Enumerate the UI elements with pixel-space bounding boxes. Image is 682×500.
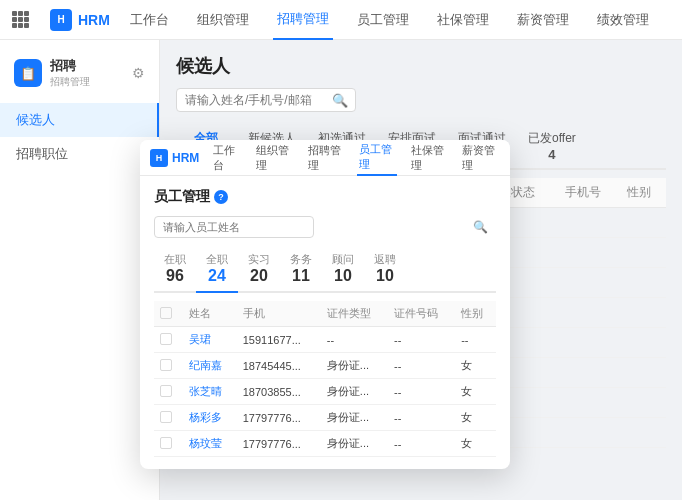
emp-row-idno: --	[388, 405, 455, 431]
emp-row-gender: 女	[455, 353, 496, 379]
nav-item-performance[interactable]: 绩效管理	[593, 0, 653, 40]
table-row: 杨玟莹 17797776... 身份证... -- 女	[154, 431, 496, 457]
employee-search-input[interactable]	[154, 216, 314, 238]
emp-row-check[interactable]	[154, 431, 183, 457]
nav-item-recruit[interactable]: 招聘管理	[273, 0, 333, 40]
logo-icon: H	[50, 9, 72, 31]
emp-row-gender: 女	[455, 379, 496, 405]
sidebar-item-candidates[interactable]: 候选人	[0, 103, 159, 137]
overlay-nav-employee[interactable]: 员工管理	[357, 140, 397, 176]
overlay-nav-workbench[interactable]: 工作台	[211, 140, 242, 176]
recruit-icon: 📋	[14, 59, 42, 87]
overlay-logo: H HRM	[150, 149, 199, 167]
table-row: 纪南嘉 18745445... 身份证... -- 女	[154, 353, 496, 379]
stat-intern[interactable]: 实习 20	[238, 248, 280, 291]
emp-col-idno: 证件号码	[388, 301, 455, 327]
col-phone: 手机号	[557, 178, 619, 208]
nav-item-social[interactable]: 社保管理	[433, 0, 493, 40]
overlay-content: 员工管理 ? 🔍 在职 96 全职 24 实习 20 务务 11	[140, 176, 510, 469]
emp-row-phone: 17797776...	[237, 431, 321, 457]
app-logo: H HRM	[50, 9, 110, 31]
page-title: 候选人	[176, 54, 666, 78]
col-gender: 性别	[619, 178, 666, 208]
table-row: 吴珺 15911677... -- -- --	[154, 327, 496, 353]
emp-row-name[interactable]: 纪南嘉	[183, 353, 237, 379]
overlay-nav: H HRM 工作台 组织管理 招聘管理 员工管理 社保管理 薪资管理	[140, 140, 510, 176]
search-input[interactable]	[176, 88, 356, 112]
row-phone	[557, 268, 619, 298]
nav-item-org[interactable]: 组织管理	[193, 0, 253, 40]
overlay-title-text: 员工管理	[154, 188, 210, 206]
row-gender	[619, 358, 666, 388]
search-input-wrap: 🔍	[176, 88, 356, 112]
table-row: 杨彩多 17797776... 身份证... -- 女	[154, 405, 496, 431]
stat-consultant[interactable]: 顾问 10	[322, 248, 364, 291]
overlay-logo-icon: H	[150, 149, 168, 167]
emp-row-idtype: --	[321, 327, 388, 353]
sidebar-item-positions[interactable]: 招聘职位	[0, 137, 159, 171]
nav-item-salary[interactable]: 薪资管理	[513, 0, 573, 40]
row-gender	[619, 418, 666, 448]
emp-row-name[interactable]: 杨玟莹	[183, 431, 237, 457]
stat-fulltime[interactable]: 全职 24	[196, 248, 238, 293]
row-gender	[619, 388, 666, 418]
sidebar: 📋 招聘 招聘管理 ⚙ 候选人 招聘职位	[0, 40, 160, 500]
row-phone	[557, 358, 619, 388]
emp-row-idno: --	[388, 327, 455, 353]
row-phone	[557, 328, 619, 358]
emp-row-idtype: 身份证...	[321, 431, 388, 457]
nav-item-workbench[interactable]: 工作台	[126, 0, 173, 40]
emp-row-name[interactable]: 吴珺	[183, 327, 237, 353]
grid-icon[interactable]	[12, 11, 30, 29]
row-gender	[619, 298, 666, 328]
row-gender	[619, 328, 666, 358]
emp-row-check[interactable]	[154, 327, 183, 353]
sidebar-title: 招聘	[50, 58, 90, 74]
settings-icon[interactable]: ⚙	[132, 65, 145, 81]
emp-row-check[interactable]	[154, 379, 183, 405]
employee-table: 姓名 手机 证件类型 证件号码 性别 吴珺 15911677... -- -- …	[154, 301, 496, 457]
row-phone	[557, 238, 619, 268]
emp-row-gender: --	[455, 327, 496, 353]
help-icon[interactable]: ?	[214, 190, 228, 204]
emp-row-gender: 女	[455, 431, 496, 457]
emp-row-name[interactable]: 杨彩多	[183, 405, 237, 431]
overlay-title: 员工管理 ?	[154, 188, 496, 206]
overlay-nav-org[interactable]: 组织管理	[254, 140, 294, 176]
tab-offer[interactable]: 已发offer 4	[518, 124, 586, 168]
overlay-search: 🔍	[154, 216, 496, 238]
employee-search-icon: 🔍	[473, 220, 488, 234]
emp-col-gender: 性别	[455, 301, 496, 327]
sidebar-menu: 候选人 招聘职位	[0, 99, 159, 175]
emp-row-idtype: 身份证...	[321, 405, 388, 431]
emp-row-gender: 女	[455, 405, 496, 431]
emp-row-check[interactable]	[154, 353, 183, 379]
overlay-nav-salary[interactable]: 薪资管理	[460, 140, 500, 176]
overlay-nav-social[interactable]: 社保管理	[409, 140, 449, 176]
row-phone	[557, 418, 619, 448]
emp-row-idno: --	[388, 353, 455, 379]
stat-service[interactable]: 务务 11	[280, 248, 322, 291]
stats-row: 在职 96 全职 24 实习 20 务务 11 顾问 10 返聘 10	[154, 248, 496, 293]
emp-row-idtype: 身份证...	[321, 379, 388, 405]
emp-row-idno: --	[388, 379, 455, 405]
overlay-nav-recruit[interactable]: 招聘管理	[306, 140, 346, 176]
search-bar: 🔍	[176, 88, 666, 112]
emp-row-phone: 18703855...	[237, 379, 321, 405]
row-phone	[557, 208, 619, 238]
employee-overlay-window: H HRM 工作台 组织管理 招聘管理 员工管理 社保管理 薪资管理 员工管理 …	[140, 140, 510, 469]
sidebar-header: 📋 招聘 招聘管理 ⚙	[0, 52, 159, 99]
sidebar-title-text: 招聘 招聘管理	[50, 58, 90, 89]
sidebar-title-block: 📋 招聘 招聘管理	[14, 58, 90, 89]
emp-row-phone: 15911677...	[237, 327, 321, 353]
stat-rehire[interactable]: 返聘 10	[364, 248, 406, 291]
app-name: HRM	[78, 12, 110, 28]
stat-onduty[interactable]: 在职 96	[154, 248, 196, 291]
emp-row-idtype: 身份证...	[321, 353, 388, 379]
emp-row-check[interactable]	[154, 405, 183, 431]
emp-row-name[interactable]: 张芝晴	[183, 379, 237, 405]
row-phone	[557, 298, 619, 328]
emp-col-check	[154, 301, 183, 327]
nav-item-employee[interactable]: 员工管理	[353, 0, 413, 40]
row-gender	[619, 238, 666, 268]
